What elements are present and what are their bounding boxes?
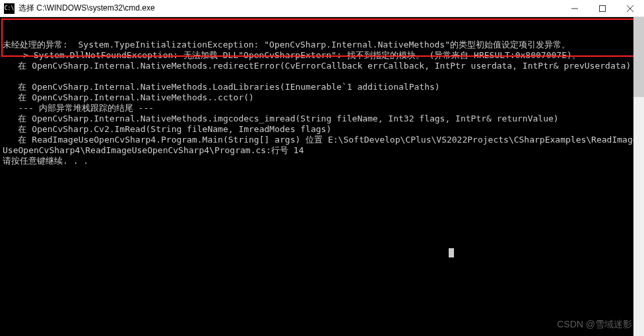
close-button[interactable] [616,0,644,17]
stack-line: 在 OpenCvSharp.Cv2.ImRead(String fileName… [3,124,331,134]
console-output[interactable]: 未经处理的异常: System.TypeInitializationExcept… [0,17,644,336]
vertical-scrollbar[interactable] [633,17,644,336]
window-titlebar: C:\ 选择 C:\WINDOWS\system32\cmd.exe [0,0,644,17]
watermark-text: CSDN @雪域迷影 [557,319,632,331]
window-controls [561,0,644,17]
exception-header: 未经处理的异常: System.TypeInitializationExcept… [3,40,570,50]
stack-trace-end: --- 内部异常堆栈跟踪的结尾 --- [3,103,154,113]
maximize-button[interactable] [589,0,616,17]
stack-line: 在 OpenCvSharp.Internal.NativeMethods.red… [3,61,631,71]
scrollbar-thumb[interactable] [633,17,644,97]
window-title: 选择 C:\WINDOWS\system32\cmd.exe [18,3,561,14]
inner-exception: ---> System.DllNotFoundException: 无法加载 D… [3,50,581,60]
text-cursor [449,248,454,257]
scrollbar-track[interactable] [633,17,644,336]
press-any-key-prompt: 请按任意键继续. . . [3,156,88,166]
stack-line: 在 OpenCvSharp.Internal.NativeMethods.Loa… [3,82,440,92]
minimize-button[interactable] [561,0,589,17]
stack-line: 在 ReadImageUseOpenCvSharp4.Program.Main(… [3,135,638,155]
stack-line: 在 OpenCvSharp.Internal.NativeMethods.img… [3,114,559,123]
svg-rect-1 [600,5,606,11]
cmd-icon: C:\ [4,3,15,14]
stack-line: 在 OpenCvSharp.Internal.NativeMethods..cc… [3,92,254,102]
